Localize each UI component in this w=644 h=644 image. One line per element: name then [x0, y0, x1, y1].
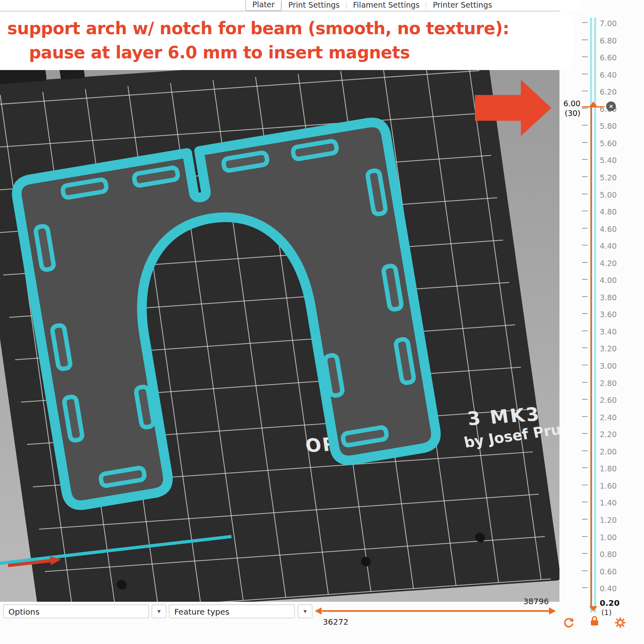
- tick-label: 1.40: [600, 498, 617, 507]
- options-dropdown[interactable]: Options: [3, 605, 149, 618]
- close-icon[interactable]: ×: [606, 101, 616, 111]
- tick-label: 5.60: [600, 139, 617, 148]
- tick-label: 1.60: [600, 481, 617, 490]
- tick-dash: [582, 39, 588, 40]
- tick-label: 1.00: [600, 533, 617, 542]
- tick-label: 3.60: [600, 310, 617, 319]
- layer-tick: 6.20: [559, 87, 644, 95]
- tab-bar-items: PlaterPrint SettingsFilament SettingsPri…: [246, 0, 499, 11]
- feature-types-dropdown[interactable]: Feature types: [169, 605, 295, 618]
- layer-tick: 0.60: [559, 567, 644, 574]
- layer-tick: 4.80: [559, 207, 644, 215]
- tick-label: 3.80: [600, 293, 617, 302]
- tick-label: 7.00: [600, 19, 617, 28]
- layer-tick: 3.20: [559, 344, 644, 351]
- tick-dash: [582, 365, 588, 365]
- tick-label: 6.80: [600, 36, 617, 45]
- layer-tick: 0.40: [559, 584, 644, 591]
- tick-dash: [582, 262, 588, 263]
- tick-dash: [582, 91, 588, 91]
- tick-dash: [582, 228, 588, 229]
- lower-layer-height: 0.20: [600, 598, 619, 608]
- layer-slider-panel: 7.006.806.606.406.206.005.805.605.405.20…: [559, 0, 644, 644]
- layer-tick: 1.00: [559, 533, 644, 540]
- layer-tick: 4.20: [559, 259, 644, 266]
- layer-tick: 3.60: [559, 310, 644, 317]
- tick-dash: [582, 159, 588, 160]
- tick-label: 3.00: [600, 361, 617, 370]
- layer-tick: 1.20: [559, 516, 644, 523]
- tick-dash: [582, 330, 588, 331]
- tick-dash: [582, 587, 588, 588]
- tick-label: 4.40: [600, 242, 617, 250]
- tick-dash: [582, 467, 588, 468]
- layer-tick: 4.40: [559, 242, 644, 249]
- tick-dash: [582, 313, 588, 314]
- tick-label: 5.40: [600, 156, 617, 165]
- tick-dash: [582, 416, 588, 417]
- undo-icon[interactable]: [563, 617, 575, 629]
- tick-dash: [582, 211, 588, 211]
- tick-label: 3.20: [600, 344, 617, 353]
- move-slider-min-value: 36272: [323, 617, 349, 627]
- tick-label: 6.40: [600, 70, 617, 79]
- layer-tick: 3.80: [559, 293, 644, 300]
- layer-slider-upper-thumb[interactable]: [589, 101, 597, 107]
- tick-dash: [582, 194, 588, 194]
- tick-label: 2.20: [600, 430, 617, 439]
- tick-dash: [582, 74, 588, 74]
- move-slider-right-thumb[interactable]: [549, 607, 556, 615]
- tick-label: 2.80: [600, 379, 617, 388]
- tick-dash: [582, 450, 588, 451]
- tick-label: 4.00: [600, 276, 617, 285]
- layer-tick: 2.00: [559, 447, 644, 454]
- chevron-down-icon: ▾: [303, 607, 307, 615]
- annotation-banner: support arch w/ notch for beam (smooth, …: [0, 11, 573, 70]
- tick-label: 1.20: [600, 516, 617, 524]
- layer-tick: 4.60: [559, 225, 644, 232]
- tick-dash: [582, 519, 588, 520]
- tab-plater[interactable]: Plater: [246, 0, 281, 11]
- lower-layer-index: (1): [601, 608, 612, 617]
- move-slider-left-thumb[interactable]: [315, 607, 322, 615]
- tick-label: 2.60: [600, 396, 617, 405]
- tick-label: 0.80: [600, 550, 617, 559]
- tick-label: 0.60: [600, 567, 617, 576]
- tick-dash: [582, 382, 588, 383]
- viewport-3d[interactable]: ORIGINA 3 MK3 by Josef Prusa: [0, 0, 559, 602]
- slicer-app: ORIGINA 3 MK3 by Josef Prusa: [0, 0, 644, 644]
- tick-dash: [582, 245, 588, 246]
- tick-label: 4.80: [600, 207, 617, 216]
- layer-tick: 0.80: [559, 550, 644, 557]
- tick-dash: [582, 536, 588, 537]
- options-dropdown-button[interactable]: ▾: [152, 605, 166, 618]
- tick-dash: [582, 553, 588, 554]
- tab-filament-settings[interactable]: Filament Settings: [347, 0, 426, 11]
- tick-dash: [582, 399, 588, 400]
- layer-tick: 1.80: [559, 464, 644, 471]
- tick-label: 4.20: [600, 259, 617, 268]
- layer-tick: 5.20: [559, 173, 644, 180]
- layer-tick: 1.40: [559, 498, 644, 506]
- tick-dash: [582, 56, 588, 57]
- tick-label: 1.80: [600, 464, 617, 473]
- feature-types-dropdown-button[interactable]: ▾: [298, 605, 312, 618]
- tick-label: 0.40: [600, 584, 617, 593]
- tab-printer-settings[interactable]: Printer Settings: [426, 0, 498, 11]
- layer-slider-lower-thumb[interactable]: [589, 606, 597, 611]
- tick-dash: [582, 108, 588, 109]
- move-slider-track[interactable]: [322, 610, 549, 612]
- gear-icon[interactable]: [614, 617, 626, 629]
- layer-tick: 2.80: [559, 379, 644, 386]
- tab-print-settings[interactable]: Print Settings: [282, 0, 346, 11]
- layer-tick: 1.60: [559, 481, 644, 489]
- tick-label: 3.40: [600, 327, 617, 336]
- tick-label: 4.60: [600, 225, 617, 233]
- layer-tick: 5.80: [559, 122, 644, 129]
- lock-icon[interactable]: [588, 615, 601, 627]
- tick-dash: [582, 176, 588, 177]
- tick-label: 6.60: [600, 53, 617, 62]
- tick-dash: [582, 502, 588, 502]
- annotation-line1: support arch w/ notch for beam (smooth, …: [7, 19, 509, 38]
- layer-tick: 5.60: [559, 139, 644, 146]
